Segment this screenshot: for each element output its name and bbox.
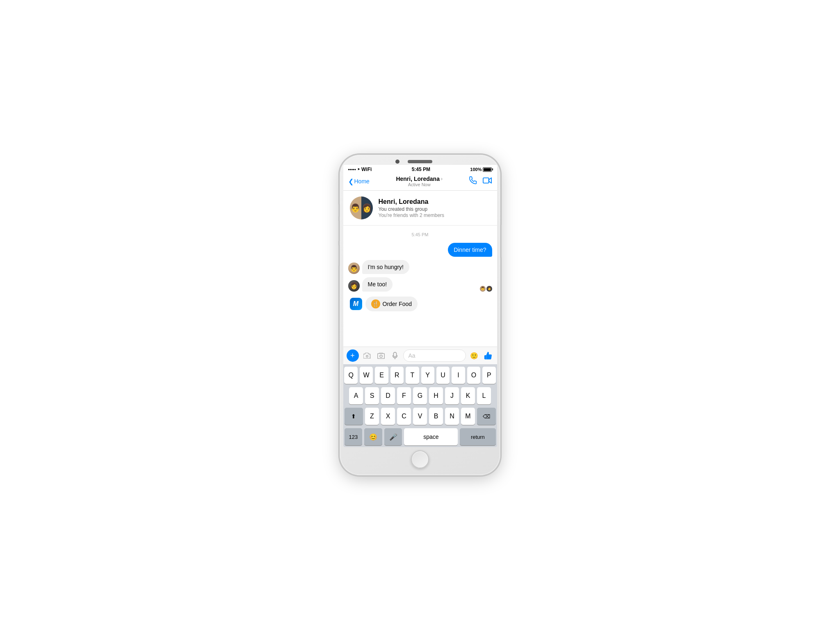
- message-input[interactable]: Aa: [403, 349, 466, 362]
- emoji-key[interactable]: 😊: [364, 428, 382, 445]
- camera-button[interactable]: [361, 350, 373, 361]
- speaker-grille: [408, 160, 432, 163]
- front-camera: [395, 160, 399, 164]
- key-k[interactable]: K: [461, 387, 475, 404]
- active-status: Active Now: [396, 182, 443, 187]
- order-food-button[interactable]: 🍴 Order Food: [365, 297, 418, 311]
- key-d[interactable]: D: [381, 387, 395, 404]
- volume-down-button: [338, 221, 340, 241]
- status-bar: ••••• ‣ WiFi 5:45 PM 100%: [343, 165, 497, 173]
- key-h[interactable]: H: [429, 387, 443, 404]
- key-w[interactable]: W: [360, 367, 373, 384]
- shift-key[interactable]: ⬆: [345, 408, 363, 425]
- received-bubble-1: I'm so hungry!: [362, 260, 410, 274]
- like-button[interactable]: [482, 350, 494, 361]
- key-o[interactable]: O: [467, 367, 480, 384]
- food-icon: 🍴: [371, 299, 380, 308]
- group-avatar: 👨 👩: [350, 196, 373, 219]
- key-a[interactable]: A: [349, 387, 363, 404]
- space-key[interactable]: space: [404, 428, 458, 445]
- m-assistant-icon: M: [350, 298, 362, 310]
- sent-bubble: Dinner time?: [448, 243, 492, 257]
- read-receipts: 👨 👩: [480, 286, 492, 292]
- key-f[interactable]: F: [397, 387, 411, 404]
- key-u[interactable]: U: [436, 367, 450, 384]
- keyboard-row-3: ⬆ Z X C V B N M ⌫: [345, 408, 496, 425]
- order-food-label: Order Food: [383, 301, 412, 307]
- navigation-bar: ❮ Home Henri, Loredana › Active Now: [343, 173, 497, 191]
- group-header: 👨 👩 Henri, Loredana You created this gro…: [343, 191, 497, 226]
- plus-button[interactable]: +: [347, 349, 359, 362]
- key-t[interactable]: T: [406, 367, 419, 384]
- svg-point-2: [366, 355, 368, 357]
- battery-icon: [483, 167, 492, 172]
- received-bubble-2: Me too!: [362, 277, 393, 291]
- group-name: Henri, Loredana: [379, 198, 491, 205]
- m-icon-label: M: [353, 300, 358, 308]
- back-label[interactable]: Home: [354, 178, 370, 185]
- avatar-person2: 👩: [361, 196, 373, 219]
- phone-call-button[interactable]: [469, 176, 477, 187]
- battery-percent: 100%: [470, 167, 482, 172]
- group-created-label: You created this group: [379, 206, 491, 212]
- keyboard: Q W E R T Y U I O P A S D F G H J K: [343, 364, 497, 447]
- key-s[interactable]: S: [365, 387, 379, 404]
- m-assistant-suggestion[interactable]: M 🍴 Order Food: [348, 295, 492, 313]
- key-x[interactable]: X: [381, 408, 395, 425]
- receipt-woman-icon: 👩: [486, 286, 492, 292]
- time-divider: 5:45 PM: [348, 232, 492, 237]
- phone-top-bar: [343, 160, 497, 163]
- status-left: ••••• ‣ WiFi: [348, 167, 372, 172]
- key-e[interactable]: E: [375, 367, 388, 384]
- key-j[interactable]: J: [445, 387, 459, 404]
- messages-area[interactable]: 5:45 PM Dinner time? 👨 I'm so hungry! 👩 …: [343, 226, 497, 347]
- signal-dots: •••••: [348, 167, 356, 172]
- svg-rect-0: [483, 178, 489, 183]
- key-p[interactable]: P: [482, 367, 495, 384]
- plus-icon: +: [350, 352, 355, 360]
- key-m[interactable]: M: [461, 408, 475, 425]
- photo-button[interactable]: [375, 350, 387, 361]
- contact-name[interactable]: Henri, Loredana: [396, 176, 440, 182]
- keyboard-row-2: A S D F G H J K L: [345, 387, 496, 404]
- video-call-button[interactable]: [483, 177, 492, 186]
- mic-key[interactable]: 🎤: [384, 428, 402, 445]
- group-info: Henri, Loredana You created this group Y…: [379, 198, 491, 218]
- home-button-area: [411, 447, 429, 471]
- nav-actions: [469, 176, 492, 187]
- volume-up-button: [338, 204, 340, 217]
- received-message-row-1: 👨 I'm so hungry!: [348, 260, 492, 274]
- battery-fill: [484, 168, 491, 171]
- key-z[interactable]: Z: [365, 408, 379, 425]
- nav-chevron-icon: ›: [441, 176, 443, 182]
- power-button: [500, 225, 502, 258]
- return-key[interactable]: return: [460, 428, 495, 445]
- phone-shell: ••••• ‣ WiFi 5:45 PM 100% ❮ Home Henri, …: [340, 155, 500, 475]
- nav-center[interactable]: Henri, Loredana › Active Now: [396, 176, 443, 187]
- emoji-button[interactable]: 🙂: [468, 350, 480, 361]
- home-button[interactable]: [411, 450, 429, 468]
- key-q[interactable]: Q: [344, 367, 357, 384]
- key-i[interactable]: I: [452, 367, 465, 384]
- key-r[interactable]: R: [390, 367, 404, 384]
- key-g[interactable]: G: [413, 387, 427, 404]
- key-n[interactable]: N: [445, 408, 459, 425]
- back-button[interactable]: ❮ Home: [348, 178, 370, 185]
- key-l[interactable]: L: [477, 387, 491, 404]
- sender-avatar-man: 👨: [348, 262, 360, 274]
- key-b[interactable]: B: [429, 408, 443, 425]
- keyboard-row-4: 123 😊 🎤 space return: [345, 428, 496, 445]
- numbers-key[interactable]: 123: [345, 428, 363, 445]
- nav-title: Henri, Loredana ›: [396, 176, 443, 182]
- key-y[interactable]: Y: [421, 367, 434, 384]
- back-chevron-icon: ❮: [348, 178, 354, 185]
- key-c[interactable]: C: [397, 408, 411, 425]
- mic-button[interactable]: [389, 350, 401, 361]
- keyboard-row-1: Q W E R T Y U I O P: [345, 367, 496, 384]
- delete-key[interactable]: ⌫: [477, 408, 496, 425]
- group-friends-label: You're friends with 2 members: [379, 212, 491, 218]
- key-v[interactable]: V: [413, 408, 427, 425]
- receipt-man-icon: 👨: [480, 286, 486, 292]
- message-placeholder: Aa: [409, 352, 415, 359]
- svg-point-4: [380, 355, 382, 358]
